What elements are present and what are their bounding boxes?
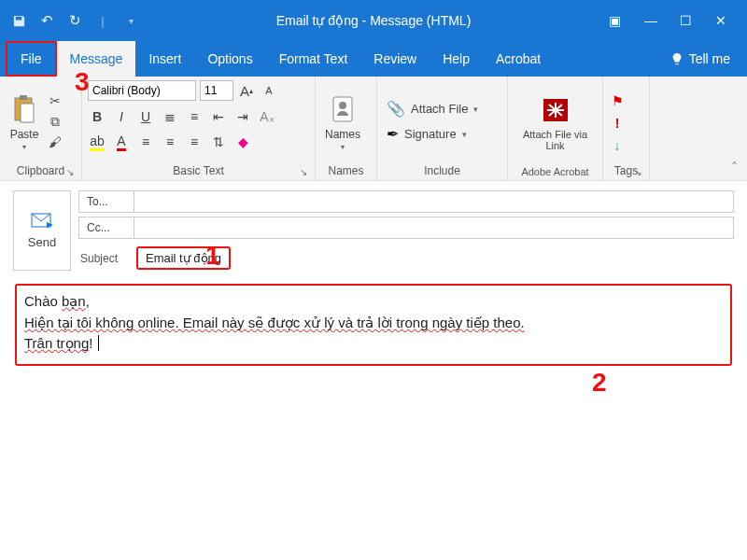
svg-rect-2 [21, 104, 34, 122]
send-button[interactable]: Send [13, 190, 71, 271]
ribbon: Paste ▾ ✂ ⧉ 🖌 Clipboard↘ A▴ A B I U ≣ [0, 77, 747, 181]
tab-message[interactable]: Message [57, 41, 136, 77]
cc-button[interactable]: Cc... [78, 217, 134, 239]
line-spacing-icon[interactable]: ⇅ [209, 133, 228, 151]
close-icon[interactable]: ✕ [715, 13, 730, 28]
copy-icon[interactable]: ⧉ [47, 113, 63, 130]
tab-help[interactable]: Help [430, 41, 483, 77]
group-label-tags: Tags↘ [609, 162, 643, 180]
group-names: Names ▾ Names [316, 77, 377, 180]
format-painter-icon[interactable]: 🖌 [47, 133, 63, 150]
importance-low-icon[interactable]: ↓ [609, 137, 626, 154]
minimize-icon[interactable]: — [644, 13, 659, 28]
to-input[interactable] [134, 190, 734, 213]
window-controls: ▣ — ☐ ✕ [609, 13, 747, 28]
bullets-icon[interactable]: ≣ [161, 107, 179, 126]
signature-button[interactable]: ✒ Signature ▾ [387, 125, 501, 143]
lightbulb-icon [670, 52, 684, 65]
qat-dropdown-icon[interactable]: ▾ [123, 13, 138, 28]
flag-icon[interactable]: ⚑ [609, 92, 626, 109]
numbering-icon[interactable]: ≡ [185, 107, 204, 126]
align-left-icon[interactable]: ≡ [136, 133, 155, 151]
group-label-clipboard: Clipboard↘ [6, 162, 76, 180]
cc-input[interactable] [134, 217, 734, 239]
group-label-adobe: Adobe Acrobat [514, 164, 597, 180]
attach-file-button[interactable]: 📎 Attach File ▾ [387, 100, 501, 118]
annotation-3: 3 [75, 67, 90, 97]
font-name-input[interactable] [88, 80, 196, 101]
underline-button[interactable]: U [136, 107, 155, 126]
text-cursor [93, 335, 98, 351]
grow-font-icon[interactable]: A▴ [237, 81, 256, 100]
ribbon-display-icon[interactable]: ▣ [609, 13, 624, 28]
spellcheck-word: Trân trọng [24, 335, 89, 351]
group-basic-text: A▴ A B I U ≣ ≡ ⇤ ⇥ Aₓ ab A ≡ ≡ ≡ ⇅ ◆ [82, 77, 316, 180]
svg-point-4 [339, 102, 346, 109]
message-body[interactable]: Chào bạn, Hiện tại tôi không online. Ema… [15, 284, 732, 366]
maximize-icon[interactable]: ☐ [680, 13, 695, 28]
outdent-icon[interactable]: ⇤ [209, 107, 228, 126]
shrink-font-icon[interactable]: A [260, 81, 278, 100]
adobe-attach-button[interactable]: Attach File via Link [514, 80, 597, 164]
tab-review[interactable]: Review [360, 41, 430, 77]
group-label-names: Names [321, 162, 371, 180]
tab-file[interactable]: File [6, 41, 57, 77]
adobe-pdf-icon [541, 93, 571, 127]
chevron-down-icon: ▾ [22, 143, 26, 151]
indent-icon[interactable]: ⇥ [233, 107, 252, 126]
signature-icon: ✒ [387, 125, 399, 143]
annotation-2: 2 [592, 368, 607, 398]
names-button[interactable]: Names ▾ [321, 80, 364, 162]
tab-format-text[interactable]: Format Text [266, 41, 361, 77]
separator-icon: | [95, 13, 110, 28]
dialog-launcher-icon[interactable]: ↘ [66, 167, 74, 177]
spellcheck-line: Hiện tại tôi không online. Email này sẽ … [24, 315, 525, 330]
chevron-down-icon: ▾ [462, 130, 467, 139]
tab-acrobat[interactable]: Acrobat [483, 41, 554, 77]
redo-icon[interactable]: ↻ [67, 13, 82, 28]
annotation-1: 1 [205, 241, 220, 271]
send-label: Send [28, 235, 56, 249]
dialog-launcher-icon[interactable]: ↘ [300, 167, 307, 177]
font-size-input[interactable] [200, 80, 233, 101]
group-include: 📎 Attach File ▾ ✒ Signature ▾ Include [377, 77, 508, 180]
paste-label: Paste [10, 128, 39, 141]
undo-icon[interactable]: ↶ [39, 13, 54, 28]
svg-rect-1 [20, 95, 27, 100]
paste-icon [9, 92, 39, 126]
tell-me[interactable]: Tell me [670, 41, 747, 77]
cut-icon[interactable]: ✂ [47, 92, 63, 109]
to-button[interactable]: To... [78, 190, 134, 213]
highlight-icon[interactable]: ab [88, 133, 106, 151]
bold-button[interactable]: B [88, 107, 106, 126]
align-center-icon[interactable]: ≡ [161, 133, 179, 151]
names-label: Names [325, 128, 360, 141]
collapse-ribbon-icon[interactable]: ˄ [731, 160, 738, 175]
importance-high-icon[interactable]: ! [609, 115, 626, 132]
subject-label: Subject [78, 252, 134, 265]
group-label-basic-text: Basic Text↘ [88, 162, 309, 180]
paste-button[interactable]: Paste ▾ [6, 80, 43, 162]
tab-options[interactable]: Options [194, 41, 265, 77]
group-tags: ⚑ ! ↓ Tags↘ [603, 77, 650, 180]
tab-insert[interactable]: Insert [135, 41, 194, 77]
compose-pane: Send To... Cc... Subject Email tự động C… [0, 181, 747, 375]
group-clipboard: Paste ▾ ✂ ⧉ 🖌 Clipboard↘ [0, 77, 82, 180]
spellcheck-word: bạn [62, 293, 86, 309]
ribbon-tabs: File Message Insert Options Format Text … [0, 41, 747, 77]
font-color-icon[interactable]: A [112, 133, 131, 151]
window-title: Email tự động - Message (HTML) [276, 13, 472, 28]
chevron-down-icon: ▾ [473, 105, 478, 114]
eraser-icon[interactable]: ◆ [233, 133, 252, 151]
italic-button[interactable]: I [112, 107, 131, 126]
address-book-icon [328, 92, 358, 126]
quick-access-toolbar: ↶ ↻ | ▾ [0, 13, 138, 28]
send-icon [31, 213, 53, 230]
dialog-launcher-icon[interactable]: ↘ [634, 167, 641, 177]
paperclip-icon: 📎 [387, 100, 405, 118]
group-label-include: Include [383, 162, 501, 180]
save-icon[interactable] [11, 13, 26, 28]
chevron-down-icon: ▾ [341, 143, 345, 151]
clear-format-icon[interactable]: Aₓ [258, 107, 276, 126]
align-right-icon[interactable]: ≡ [185, 133, 204, 151]
